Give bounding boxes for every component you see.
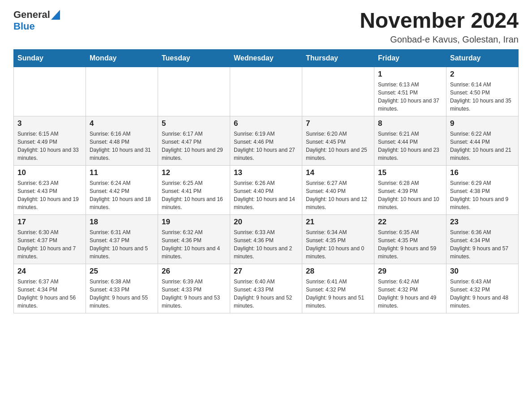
day-info: Sunrise: 6:20 AM Sunset: 4:45 PM Dayligh… [306, 130, 370, 162]
col-sunday: Sunday [14, 49, 86, 67]
calendar-cell: 22Sunrise: 6:35 AM Sunset: 4:35 PM Dayli… [374, 214, 446, 264]
logo-triangle-icon [51, 10, 60, 20]
day-number: 7 [306, 119, 370, 128]
calendar-cell: 17Sunrise: 6:30 AM Sunset: 4:37 PM Dayli… [14, 214, 86, 264]
day-info: Sunrise: 6:25 AM Sunset: 4:41 PM Dayligh… [162, 179, 226, 211]
col-friday: Friday [374, 49, 446, 67]
svg-marker-0 [51, 10, 60, 20]
day-number: 19 [162, 218, 226, 227]
day-info: Sunrise: 6:28 AM Sunset: 4:39 PM Dayligh… [378, 179, 442, 211]
calendar-table: Sunday Monday Tuesday Wednesday Thursday… [13, 49, 519, 313]
day-number: 13 [234, 168, 298, 177]
calendar-cell: 4Sunrise: 6:16 AM Sunset: 4:48 PM Daylig… [86, 116, 158, 165]
day-number: 9 [450, 119, 515, 128]
calendar-week-row-3: 10Sunrise: 6:23 AM Sunset: 4:43 PM Dayli… [14, 165, 519, 214]
calendar-cell: 19Sunrise: 6:32 AM Sunset: 4:36 PM Dayli… [158, 214, 230, 264]
day-number: 25 [90, 267, 154, 276]
calendar-cell: 15Sunrise: 6:28 AM Sunset: 4:39 PM Dayli… [374, 165, 446, 214]
day-info: Sunrise: 6:37 AM Sunset: 4:34 PM Dayligh… [17, 278, 82, 310]
day-number: 5 [162, 119, 226, 128]
calendar-cell: 28Sunrise: 6:41 AM Sunset: 4:32 PM Dayli… [302, 264, 374, 313]
calendar-week-row-1: 1Sunrise: 6:13 AM Sunset: 4:51 PM Daylig… [14, 67, 519, 116]
day-info: Sunrise: 6:27 AM Sunset: 4:40 PM Dayligh… [306, 179, 370, 211]
day-info: Sunrise: 6:41 AM Sunset: 4:32 PM Dayligh… [306, 278, 370, 310]
day-number: 16 [450, 168, 515, 177]
calendar-cell: 14Sunrise: 6:27 AM Sunset: 4:40 PM Dayli… [302, 165, 374, 214]
day-info: Sunrise: 6:19 AM Sunset: 4:46 PM Dayligh… [234, 130, 298, 162]
day-number: 30 [450, 267, 515, 276]
day-number: 8 [378, 119, 442, 128]
calendar-cell: 5Sunrise: 6:17 AM Sunset: 4:47 PM Daylig… [158, 116, 230, 165]
day-info: Sunrise: 6:34 AM Sunset: 4:35 PM Dayligh… [306, 228, 370, 261]
day-info: Sunrise: 6:26 AM Sunset: 4:40 PM Dayligh… [234, 179, 298, 211]
logo-blue-text: Blue [13, 21, 35, 32]
day-info: Sunrise: 6:38 AM Sunset: 4:33 PM Dayligh… [90, 278, 154, 310]
day-number: 15 [378, 168, 442, 177]
day-info: Sunrise: 6:23 AM Sunset: 4:43 PM Dayligh… [17, 179, 82, 211]
day-number: 6 [234, 119, 298, 128]
calendar-cell: 16Sunrise: 6:29 AM Sunset: 4:38 PM Dayli… [446, 165, 519, 214]
day-number: 26 [162, 267, 226, 276]
day-number: 24 [17, 267, 82, 276]
day-number: 27 [234, 267, 298, 276]
day-number: 3 [17, 119, 82, 128]
calendar-cell: 11Sunrise: 6:24 AM Sunset: 4:42 PM Dayli… [86, 165, 158, 214]
day-info: Sunrise: 6:33 AM Sunset: 4:36 PM Dayligh… [234, 228, 298, 261]
day-info: Sunrise: 6:31 AM Sunset: 4:37 PM Dayligh… [90, 228, 154, 261]
day-number: 23 [450, 218, 515, 227]
day-info: Sunrise: 6:22 AM Sunset: 4:44 PM Dayligh… [450, 130, 515, 162]
calendar-cell: 23Sunrise: 6:36 AM Sunset: 4:34 PM Dayli… [446, 214, 519, 264]
calendar-cell: 12Sunrise: 6:25 AM Sunset: 4:41 PM Dayli… [158, 165, 230, 214]
calendar-cell [14, 67, 86, 116]
calendar-cell: 30Sunrise: 6:43 AM Sunset: 4:32 PM Dayli… [446, 264, 519, 313]
day-info: Sunrise: 6:40 AM Sunset: 4:33 PM Dayligh… [234, 278, 298, 310]
col-monday: Monday [86, 49, 158, 67]
day-number: 1 [378, 70, 442, 79]
calendar-cell: 1Sunrise: 6:13 AM Sunset: 4:51 PM Daylig… [374, 67, 446, 116]
location-subtitle: Gonbad-e Kavus, Golestan, Iran [360, 34, 519, 45]
day-number: 12 [162, 168, 226, 177]
day-info: Sunrise: 6:16 AM Sunset: 4:48 PM Dayligh… [90, 130, 154, 162]
calendar-cell: 20Sunrise: 6:33 AM Sunset: 4:36 PM Dayli… [230, 214, 302, 264]
col-thursday: Thursday [302, 49, 374, 67]
calendar-cell [230, 67, 302, 116]
calendar-cell [86, 67, 158, 116]
calendar-cell: 2Sunrise: 6:14 AM Sunset: 4:50 PM Daylig… [446, 67, 519, 116]
calendar-cell: 25Sunrise: 6:38 AM Sunset: 4:33 PM Dayli… [86, 264, 158, 313]
calendar-week-row-5: 24Sunrise: 6:37 AM Sunset: 4:34 PM Dayli… [14, 264, 519, 313]
day-info: Sunrise: 6:35 AM Sunset: 4:35 PM Dayligh… [378, 228, 442, 261]
day-info: Sunrise: 6:21 AM Sunset: 4:44 PM Dayligh… [378, 130, 442, 162]
day-info: Sunrise: 6:24 AM Sunset: 4:42 PM Dayligh… [90, 179, 154, 211]
day-number: 18 [90, 218, 154, 227]
day-number: 4 [90, 119, 154, 128]
day-number: 10 [17, 168, 82, 177]
calendar-cell: 13Sunrise: 6:26 AM Sunset: 4:40 PM Dayli… [230, 165, 302, 214]
calendar-cell [158, 67, 230, 116]
day-number: 17 [17, 218, 82, 227]
col-saturday: Saturday [446, 49, 519, 67]
calendar-cell: 21Sunrise: 6:34 AM Sunset: 4:35 PM Dayli… [302, 214, 374, 264]
calendar-cell: 18Sunrise: 6:31 AM Sunset: 4:37 PM Dayli… [86, 214, 158, 264]
day-info: Sunrise: 6:32 AM Sunset: 4:36 PM Dayligh… [162, 228, 226, 261]
calendar-cell: 6Sunrise: 6:19 AM Sunset: 4:46 PM Daylig… [230, 116, 302, 165]
calendar-cell: 7Sunrise: 6:20 AM Sunset: 4:45 PM Daylig… [302, 116, 374, 165]
day-info: Sunrise: 6:14 AM Sunset: 4:50 PM Dayligh… [450, 81, 515, 113]
calendar-cell: 29Sunrise: 6:42 AM Sunset: 4:32 PM Dayli… [374, 264, 446, 313]
col-tuesday: Tuesday [158, 49, 230, 67]
day-number: 28 [306, 267, 370, 276]
day-info: Sunrise: 6:13 AM Sunset: 4:51 PM Dayligh… [378, 81, 442, 113]
calendar-cell: 3Sunrise: 6:15 AM Sunset: 4:49 PM Daylig… [14, 116, 86, 165]
day-number: 21 [306, 218, 370, 227]
logo: General Blue [13, 9, 60, 32]
day-info: Sunrise: 6:39 AM Sunset: 4:33 PM Dayligh… [162, 278, 226, 310]
day-info: Sunrise: 6:30 AM Sunset: 4:37 PM Dayligh… [17, 228, 82, 261]
calendar-week-row-2: 3Sunrise: 6:15 AM Sunset: 4:49 PM Daylig… [14, 116, 519, 165]
calendar-header-row: Sunday Monday Tuesday Wednesday Thursday… [14, 49, 519, 67]
calendar-cell: 9Sunrise: 6:22 AM Sunset: 4:44 PM Daylig… [446, 116, 519, 165]
calendar-cell: 10Sunrise: 6:23 AM Sunset: 4:43 PM Dayli… [14, 165, 86, 214]
day-number: 22 [378, 218, 442, 227]
day-number: 29 [378, 267, 442, 276]
title-block: November 2024 Gonbad-e Kavus, Golestan, … [360, 9, 519, 45]
day-info: Sunrise: 6:15 AM Sunset: 4:49 PM Dayligh… [17, 130, 82, 162]
day-info: Sunrise: 6:29 AM Sunset: 4:38 PM Dayligh… [450, 179, 515, 211]
